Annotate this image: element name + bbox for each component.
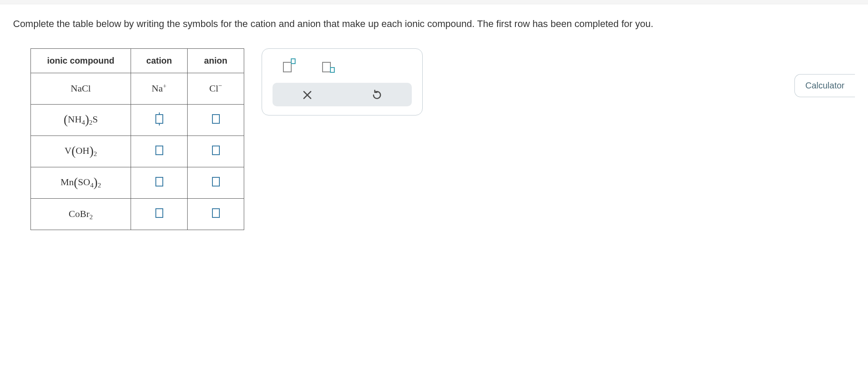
cation-cell xyxy=(131,167,188,198)
header-compound: ionic compound xyxy=(31,48,131,73)
clear-button[interactable] xyxy=(277,89,338,100)
anion-input[interactable] xyxy=(212,177,220,186)
table-row: V(OH)2 xyxy=(31,136,244,167)
anion-input[interactable] xyxy=(212,208,220,218)
cation-cell xyxy=(131,104,188,136)
anion-input[interactable] xyxy=(212,114,220,124)
subscript-tool-button[interactable] xyxy=(320,58,338,75)
cation-value: Na+ xyxy=(151,84,166,93)
cation-cell: Na+ xyxy=(131,73,188,104)
top-bar xyxy=(0,0,868,4)
small-square-icon xyxy=(330,67,335,73)
cation-input[interactable] xyxy=(155,177,163,186)
compound-formula: Mn(SO4)2 xyxy=(61,176,101,189)
reset-button[interactable] xyxy=(347,89,407,100)
table-row: Mn(SO4)2 xyxy=(31,167,244,198)
cation-cell xyxy=(131,136,188,167)
answer-table: ionic compound cation anion NaClNa+Cl−(N… xyxy=(30,48,244,230)
table-row: NaClNa+Cl− xyxy=(31,73,244,104)
formula-toolbox xyxy=(262,48,423,115)
anion-value: Cl− xyxy=(209,84,222,93)
cation-cell xyxy=(131,198,188,230)
compound-cell: V(OH)2 xyxy=(31,136,131,167)
small-square-icon xyxy=(291,58,296,64)
compound-cell: NaCl xyxy=(31,73,131,104)
answer-table-wrap: ionic compound cation anion NaClNa+Cl−(N… xyxy=(30,48,244,230)
compound-formula: V(OH)2 xyxy=(64,145,97,158)
cation-input[interactable] xyxy=(155,146,163,155)
compound-formula: CoBr2 xyxy=(69,209,93,219)
superscript-tool-button[interactable] xyxy=(281,58,299,75)
anion-cell: Cl− xyxy=(188,73,244,104)
table-row: CoBr2 xyxy=(31,198,244,230)
header-anion: anion xyxy=(188,48,244,73)
undo-icon xyxy=(372,90,382,100)
anion-cell xyxy=(188,104,244,136)
square-icon xyxy=(322,62,331,72)
compound-cell: (NH4)2S xyxy=(31,104,131,136)
square-icon xyxy=(283,62,292,72)
anion-cell xyxy=(188,167,244,198)
compound-cell: Mn(SO4)2 xyxy=(31,167,131,198)
header-cation: cation xyxy=(131,48,188,73)
question-prompt: Complete the table below by writing the … xyxy=(13,17,775,31)
cation-input[interactable] xyxy=(155,114,163,124)
table-row: (NH4)2S xyxy=(31,104,244,136)
compound-cell: CoBr2 xyxy=(31,198,131,230)
question-container: Complete the table below by writing the … xyxy=(0,4,868,230)
calculator-button[interactable]: Calculator xyxy=(794,74,855,97)
cation-input[interactable] xyxy=(155,208,163,218)
compound-formula: NaCl xyxy=(71,84,91,93)
anion-cell xyxy=(188,136,244,167)
compound-formula: (NH4)2S xyxy=(64,114,98,126)
anion-input[interactable] xyxy=(212,146,220,155)
close-icon xyxy=(303,90,312,100)
anion-cell xyxy=(188,198,244,230)
